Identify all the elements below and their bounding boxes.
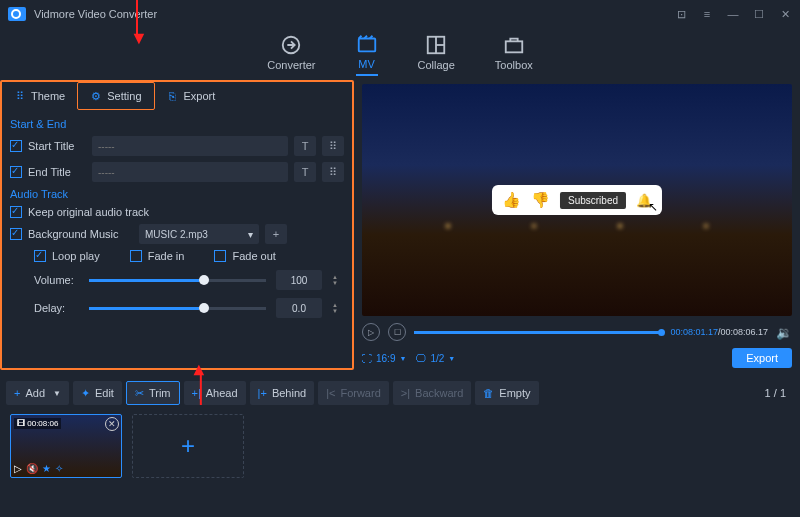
play-button[interactable]: ▷: [362, 323, 380, 341]
toolbox-icon: [503, 34, 525, 56]
edit-button[interactable]: ✦Edit: [73, 381, 122, 405]
like-icon: 👍: [502, 191, 521, 209]
pager: 1 / 1: [765, 387, 794, 399]
app-title: Vidmore Video Converter: [34, 8, 157, 20]
dislike-icon: 👍: [531, 191, 550, 209]
end-title-label: End Title: [28, 166, 86, 178]
add-clip-button[interactable]: +: [132, 414, 244, 478]
screen-icon: 🖵: [416, 353, 426, 364]
svg-rect-1: [358, 38, 375, 51]
nav-mv[interactable]: MV: [356, 33, 378, 76]
collage-icon: [425, 34, 447, 56]
ahead-button[interactable]: +|Ahead: [184, 381, 246, 405]
loop-checkbox[interactable]: [34, 250, 46, 262]
tab-theme[interactable]: ⠿ Theme: [2, 82, 77, 110]
clip-thumbnail[interactable]: 🎞 00:08:06 ✕ ▷ 🔇 ★ ✧: [10, 414, 122, 478]
delay-slider[interactable]: [89, 307, 266, 310]
start-title-checkbox[interactable]: [10, 140, 22, 152]
clip-remove-button[interactable]: ✕: [105, 417, 119, 431]
maximize-icon[interactable]: ☐: [752, 8, 766, 21]
start-title-font-button[interactable]: T: [294, 136, 316, 156]
end-title-checkbox[interactable]: [10, 166, 22, 178]
sparkle-icon[interactable]: ✧: [55, 463, 63, 474]
nav-toolbox[interactable]: Toolbox: [495, 34, 533, 75]
forward-icon: |<: [326, 387, 335, 399]
delay-spinner[interactable]: ▲▼: [332, 298, 344, 318]
setting-icon: ⚙: [90, 90, 102, 102]
app-logo-icon: [8, 7, 26, 21]
ahead-icon: +|: [192, 387, 201, 399]
theme-icon: ⠿: [14, 90, 26, 102]
fadeout-checkbox[interactable]: [214, 250, 226, 262]
nav-collage[interactable]: Collage: [418, 34, 455, 75]
add-button[interactable]: +Add ▼: [6, 381, 69, 405]
section-audio-track: Audio Track: [10, 188, 344, 200]
end-title-font-button[interactable]: T: [294, 162, 316, 182]
export-icon: ⎘: [167, 90, 179, 102]
tab-export[interactable]: ⎘ Export: [155, 82, 228, 110]
add-music-button[interactable]: +: [265, 224, 287, 244]
settings-panel: ⠿ Theme ⚙ Setting ⎘ Export Start & End S…: [0, 80, 354, 370]
minimize-icon[interactable]: —: [726, 8, 740, 21]
close-icon[interactable]: ✕: [778, 8, 792, 21]
stop-button[interactable]: ☐: [388, 323, 406, 341]
start-title-effect-button[interactable]: ⠿: [322, 136, 344, 156]
loop-label: Loop play: [52, 250, 100, 262]
subscribed-badge: Subscribed: [560, 192, 626, 209]
clip-strip: 🎞 00:08:06 ✕ ▷ 🔇 ★ ✧ +: [0, 408, 800, 478]
end-title-input[interactable]: [92, 162, 288, 182]
end-title-effect-button[interactable]: ⠿: [322, 162, 344, 182]
tab-setting[interactable]: ⚙ Setting: [77, 82, 154, 110]
zoom-select[interactable]: 🖵 1/2 ▼: [416, 353, 455, 364]
volume-icon[interactable]: 🔉: [776, 325, 792, 340]
volume-label: Volume:: [34, 274, 79, 286]
volume-slider[interactable]: [89, 279, 266, 282]
feedback-icon[interactable]: ⊡: [674, 8, 688, 21]
volume-spinner[interactable]: ▲▼: [332, 270, 344, 290]
start-title-label: Start Title: [28, 140, 86, 152]
keep-original-checkbox[interactable]: [10, 206, 22, 218]
progress-bar[interactable]: [414, 331, 662, 334]
trim-button[interactable]: ✂Trim: [126, 381, 180, 405]
preview-area: 👍 👍 Subscribed 🔔↖: [362, 84, 792, 316]
star-icon[interactable]: ★: [42, 463, 51, 474]
trash-icon: 🗑: [483, 387, 494, 399]
time-display: 00:08:01.17/00:08:06.17: [670, 327, 768, 337]
top-nav: Converter MV Collage Toolbox: [0, 28, 800, 80]
behind-button[interactable]: |+Behind: [250, 381, 315, 405]
chevron-down-icon: ▼: [448, 355, 455, 362]
converter-icon: [280, 34, 302, 56]
delay-label: Delay:: [34, 302, 79, 314]
mute-icon[interactable]: 🔇: [26, 463, 38, 474]
delay-value[interactable]: 0.0: [276, 298, 322, 318]
titlebar: Vidmore Video Converter ⊡ ≡ — ☐ ✕: [0, 0, 800, 28]
export-button[interactable]: Export: [732, 348, 792, 368]
behind-icon: |+: [258, 387, 267, 399]
plus-icon: +: [14, 387, 20, 399]
fadein-checkbox[interactable]: [130, 250, 142, 262]
section-start-end: Start & End: [10, 118, 344, 130]
backward-button[interactable]: >|Backward: [393, 381, 472, 405]
bg-music-select[interactable]: MUSIC 2.mp3 ▾: [139, 224, 259, 244]
play-icon[interactable]: ▷: [14, 463, 22, 474]
bg-music-label: Background Music: [28, 228, 133, 240]
wand-icon: ✦: [81, 387, 90, 400]
forward-button[interactable]: |<Forward: [318, 381, 389, 405]
menu-icon[interactable]: ≡: [700, 8, 714, 21]
keep-original-label: Keep original audio track: [28, 206, 149, 218]
youtube-overlay: 👍 👍 Subscribed 🔔↖: [492, 185, 662, 215]
mv-icon: [356, 33, 378, 55]
cursor-icon: ↖: [648, 200, 658, 214]
nav-converter[interactable]: Converter: [267, 34, 315, 75]
chevron-down-icon: ▾: [248, 229, 253, 240]
empty-button[interactable]: 🗑Empty: [475, 381, 538, 405]
aspect-select[interactable]: ⛶ 16:9 ▼: [362, 353, 406, 364]
volume-value[interactable]: 100: [276, 270, 322, 290]
bell-icon: 🔔↖: [636, 193, 652, 208]
clip-duration: 🎞 00:08:06: [14, 418, 61, 429]
svg-rect-5: [506, 41, 523, 52]
start-title-input[interactable]: [92, 136, 288, 156]
fadein-label: Fade in: [148, 250, 185, 262]
backward-icon: >|: [401, 387, 410, 399]
bg-music-checkbox[interactable]: [10, 228, 22, 240]
